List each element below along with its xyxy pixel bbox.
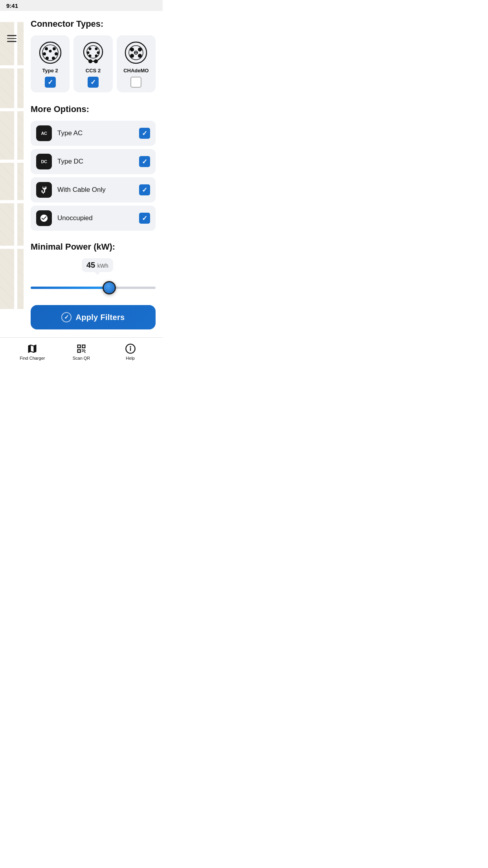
unoccupied-label: Unoccupied	[57, 214, 134, 222]
apply-filters-button[interactable]: ✓ Apply Filters	[31, 305, 156, 329]
minimal-power-section: Minimal Power (kW): 45 kWh	[31, 242, 156, 296]
cable-only-label: With Cable Only	[57, 186, 134, 194]
more-options-section: More Options: AC Type AC DC Type DC	[31, 104, 156, 231]
svg-rect-18	[94, 59, 98, 63]
connector-chademo[interactable]: CHAdeMO	[117, 35, 156, 92]
svg-point-24	[138, 54, 142, 58]
svg-point-23	[130, 54, 134, 58]
slider-thumb[interactable]	[103, 281, 116, 294]
main-panel: Connector Types:	[24, 11, 163, 337]
type2-name: Type 2	[42, 68, 58, 74]
svg-point-0	[40, 42, 61, 63]
nav-help[interactable]: Help	[106, 343, 155, 360]
svg-point-15	[88, 55, 91, 57]
power-unit: kWh	[97, 263, 108, 269]
status-bar: 9:41	[0, 0, 163, 11]
svg-point-12	[95, 48, 97, 50]
svg-point-5	[55, 52, 58, 55]
check-circle-icon	[40, 214, 48, 223]
find-charger-label: Find Charger	[20, 356, 45, 360]
svg-point-3	[53, 47, 56, 50]
qr-icon	[76, 343, 87, 354]
ac-badge-text: AC	[41, 131, 47, 136]
cable-only-checkbox[interactable]	[139, 184, 150, 195]
slider-fill	[31, 287, 109, 289]
option-type-dc[interactable]: DC Type DC	[31, 149, 156, 174]
type-ac-label: Type AC	[57, 129, 134, 137]
power-value: 45	[86, 261, 95, 269]
scan-qr-label: Scan QR	[73, 356, 90, 360]
option-unoccupied[interactable]: Unoccupied	[31, 206, 156, 231]
type2-icon	[39, 41, 62, 64]
plug-icon	[40, 186, 48, 194]
hamburger-menu[interactable]	[5, 33, 19, 44]
type-dc-label: Type DC	[57, 158, 134, 166]
chademo-icon	[124, 41, 148, 64]
ac-badge: AC	[36, 125, 52, 141]
nav-scan-qr[interactable]: Scan QR	[57, 343, 106, 360]
map-icon	[27, 343, 38, 354]
info-icon	[125, 343, 136, 354]
connector-type2[interactable]: Type 2	[31, 35, 70, 92]
ccs2-icon	[81, 41, 105, 64]
dc-badge: DC	[36, 154, 52, 169]
apply-filters-label: Apply Filters	[75, 313, 125, 322]
svg-point-11	[88, 48, 91, 50]
svg-point-22	[138, 48, 142, 51]
svg-point-21	[130, 48, 134, 51]
type2-checkbox[interactable]	[45, 77, 56, 88]
power-title: Minimal Power (kW):	[31, 242, 156, 252]
slider-track	[31, 287, 156, 289]
help-label: Help	[126, 356, 135, 360]
ccs2-name: CCS 2	[86, 68, 101, 74]
more-options-title: More Options:	[31, 104, 156, 114]
apply-check-icon: ✓	[61, 312, 72, 322]
svg-point-8	[49, 50, 51, 53]
unoccupied-checkbox[interactable]	[139, 213, 150, 224]
svg-point-16	[95, 55, 97, 57]
connector-ccs2[interactable]: CCS 2	[73, 35, 112, 92]
status-time: 9:41	[6, 2, 18, 9]
svg-point-6	[46, 57, 49, 60]
svg-point-4	[43, 52, 46, 55]
svg-point-7	[52, 57, 55, 60]
unoccupied-badge	[36, 210, 52, 226]
plug-badge	[36, 182, 52, 198]
svg-rect-17	[88, 59, 92, 63]
chademo-checkbox[interactable]	[130, 77, 141, 88]
bottom-nav: Find Charger Scan QR Help	[0, 337, 163, 366]
svg-point-14	[97, 51, 99, 54]
connector-row: Type 2	[31, 35, 156, 92]
ccs2-checkbox[interactable]	[88, 77, 99, 88]
chademo-name: CHAdeMO	[123, 68, 149, 74]
power-slider-wrapper	[31, 280, 156, 296]
type-dc-checkbox[interactable]	[139, 156, 150, 167]
type-ac-checkbox[interactable]	[139, 128, 150, 139]
connector-types-section: Connector Types:	[31, 19, 156, 92]
dc-badge-text: DC	[41, 159, 47, 164]
svg-point-9	[84, 42, 103, 61]
svg-point-13	[86, 51, 89, 54]
connector-types-title: Connector Types:	[31, 19, 156, 29]
nav-find-charger[interactable]: Find Charger	[8, 343, 57, 360]
power-tooltip: 45 kWh	[82, 258, 113, 272]
option-cable-only[interactable]: With Cable Only	[31, 177, 156, 202]
option-type-ac[interactable]: AC Type AC	[31, 121, 156, 146]
svg-point-2	[45, 47, 48, 50]
map-sidebar	[0, 22, 24, 309]
